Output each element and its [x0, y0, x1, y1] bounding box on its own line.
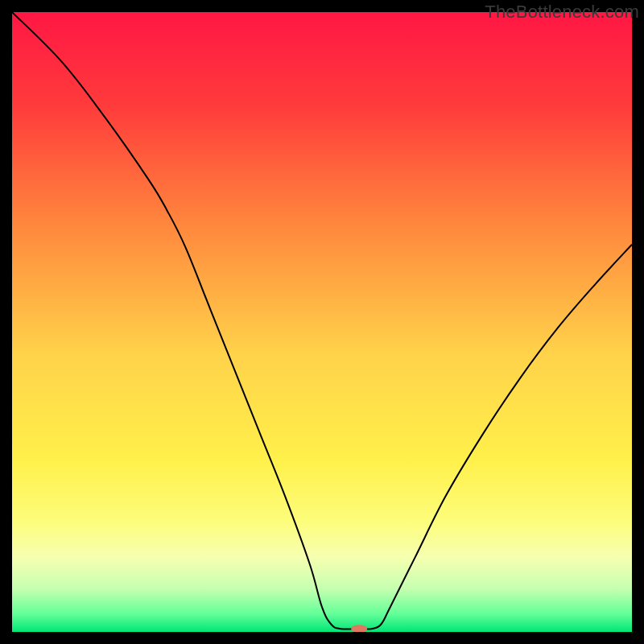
gradient-background	[12, 12, 632, 632]
bottleneck-chart: TheBottleneck.com	[0, 0, 644, 644]
watermark-label: TheBottleneck.com	[485, 2, 639, 23]
chart-svg	[12, 12, 632, 632]
